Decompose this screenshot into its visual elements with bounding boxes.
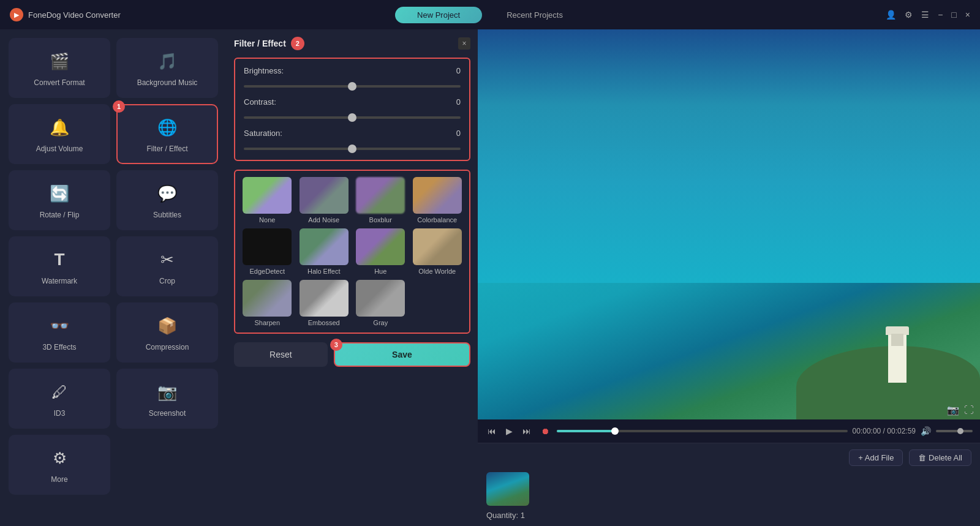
progress-bar[interactable] (557, 430, 848, 432)
watermark-label: Watermark (42, 277, 77, 285)
file-thumbnail[interactable] (486, 472, 529, 506)
delete-all-button[interactable]: 🗑 Delete All (909, 449, 971, 466)
contrast-slider[interactable] (244, 116, 461, 119)
minimize-button[interactable]: − (938, 10, 943, 20)
settings-icon[interactable]: ⚙ (905, 10, 913, 20)
volume-slider[interactable] (936, 430, 973, 432)
video-image (478, 29, 980, 419)
sidebar-item-rotate-flip[interactable]: 🔄 Rotate / Flip (9, 170, 110, 230)
volume-icon: 🔊 (921, 426, 931, 436)
effect-hue-label: Hue (374, 268, 386, 275)
menu-icon[interactable]: ☰ (921, 10, 929, 20)
sidebar-item-id3[interactable]: 🖊 ID3 (9, 369, 110, 429)
subtitles-label: Subtitles (153, 211, 181, 219)
video-preview: 📷 ⛶ (478, 29, 980, 419)
filter-actions: Reset 3 Save (234, 342, 470, 367)
effect-colorbalance[interactable]: Colorbalance (412, 177, 464, 224)
reset-button[interactable]: Reset (234, 342, 328, 367)
effect-sharpen-label: Sharpen (254, 319, 280, 326)
tab-recent-projects[interactable]: Recent Projects (484, 7, 585, 23)
effect-haloeffect-thumb (300, 228, 349, 265)
id3-icon: 🖊 (47, 380, 72, 404)
effect-gray-thumb (356, 280, 405, 317)
effect-addnoise-thumb (300, 177, 349, 214)
rotate-flip-icon: 🔄 (47, 181, 72, 206)
sidebar-item-watermark[interactable]: T Watermark (9, 236, 110, 296)
sidebar-item-crop[interactable]: ✂ Crop (116, 236, 218, 296)
filter-panel-header: Filter / Effect 2 × (234, 37, 470, 50)
sidebar-item-more[interactable]: ⚙ More (9, 435, 110, 495)
screenshot-label: Screenshot (149, 409, 186, 418)
sidebar-item-filter-effect[interactable]: 1 🌐 Filter / Effect (116, 104, 218, 164)
progress-fill (557, 430, 615, 432)
effect-oldeworlde[interactable]: Olde Worlde (412, 228, 464, 275)
save-button[interactable]: 3 Save (334, 342, 470, 367)
play-button[interactable]: ▶ (503, 425, 515, 437)
rotate-flip-wrapper: 🔄 Rotate / Flip (9, 170, 110, 230)
subtitles-icon: 💬 (155, 181, 179, 206)
effect-addnoise-label: Add Noise (308, 216, 339, 224)
compression-label: Compression (146, 343, 189, 351)
effect-haloeffect-label: Halo Effect (307, 268, 341, 275)
brightness-slider[interactable] (244, 85, 461, 88)
time-display: 00:00:00 / 00:02:59 (853, 427, 916, 435)
sidebar-item-screenshot[interactable]: 📷 Screenshot (116, 369, 218, 429)
adjust-volume-icon: 🔔 (47, 115, 72, 140)
fullscreen-button[interactable]: ⛶ (964, 404, 974, 416)
sea-overlay (478, 29, 980, 283)
background-music-wrapper: 🎵 Background Music (116, 38, 218, 98)
effect-colorbalance-thumb (413, 177, 462, 214)
effect-edgedetect[interactable]: EdgeDetect (241, 228, 293, 275)
skip-back-button[interactable]: ⏮ (485, 425, 499, 437)
skip-forward-button[interactable]: ⏭ (520, 425, 533, 437)
effect-boxblur-label: Boxblur (369, 216, 392, 224)
effect-gray[interactable]: Gray (355, 280, 407, 326)
saturation-slider[interactable] (244, 148, 461, 150)
screenshot-capture-button[interactable]: 📷 (947, 404, 959, 416)
record-button[interactable]: ⏺ (538, 425, 552, 437)
sidebar-item-adjust-volume[interactable]: 🔔 Adjust Volume (9, 104, 110, 164)
filter-close-button[interactable]: × (458, 37, 470, 50)
saturation-row: Saturation: 0 (244, 129, 461, 152)
sidebar-item-subtitles[interactable]: 💬 Subtitles (116, 170, 218, 230)
effect-none-label: None (259, 216, 275, 224)
effect-embossed[interactable]: Embossed (298, 280, 350, 326)
effect-boxblur[interactable]: Boxblur (355, 177, 407, 224)
filter-effect-label: Filter / Effect (146, 145, 187, 153)
sidebar-item-compression[interactable]: 📦 Compression (116, 302, 218, 363)
adjust-volume-label: Adjust Volume (36, 145, 83, 153)
main-content: 🎬 Convert Format 🎵 Background Music 🔔 Ad… (0, 29, 980, 526)
effect-none[interactable]: None (241, 177, 293, 224)
3d-effects-icon: 👓 (47, 314, 72, 338)
rotate-flip-label: Rotate / Flip (40, 211, 80, 219)
file-thumb-inner (486, 472, 529, 506)
convert-format-icon: 🎬 (47, 49, 72, 73)
close-button[interactable]: × (965, 10, 970, 20)
effect-embossed-label: Embossed (308, 319, 340, 326)
sidebar-item-background-music[interactable]: 🎵 Background Music (116, 38, 218, 98)
app-title: FoneDog Video Converter (28, 10, 121, 20)
user-icon[interactable]: 👤 (886, 10, 896, 20)
effect-hue[interactable]: Hue (355, 228, 407, 275)
effect-addnoise[interactable]: Add Noise (298, 177, 350, 224)
effect-haloeffect[interactable]: Halo Effect (298, 228, 350, 275)
effect-hue-thumb (356, 228, 405, 265)
effect-oldeworlde-label: Olde Worlde (418, 268, 456, 275)
background-music-label: Background Music (137, 78, 198, 87)
filter-effect-panel: Filter / Effect 2 × Brightness: 0 Contra… (227, 29, 478, 526)
effect-oldeworlde-thumb (413, 228, 462, 265)
watermark-wrapper: T Watermark (9, 236, 110, 296)
effect-sharpen[interactable]: Sharpen (241, 280, 293, 326)
more-label: More (51, 475, 67, 484)
sidebar-item-3d-effects[interactable]: 👓 3D Effects (9, 302, 110, 363)
tab-new-project[interactable]: New Project (395, 7, 482, 23)
video-controls-bar: ⏮ ▶ ⏭ ⏺ 00:00:00 / 00:02:59 🔊 (478, 419, 980, 443)
title-bar-center: New Project Recent Projects (395, 7, 585, 23)
app-logo: ▶ (10, 8, 23, 21)
title-bar: ▶ FoneDog Video Converter New Project Re… (0, 0, 980, 29)
maximize-button[interactable]: □ (951, 10, 956, 20)
add-file-button[interactable]: + Add File (849, 449, 903, 466)
sidebar-item-convert-format[interactable]: 🎬 Convert Format (9, 38, 110, 98)
id3-wrapper: 🖊 ID3 (9, 369, 110, 429)
brightness-row: Brightness: 0 (244, 66, 461, 90)
